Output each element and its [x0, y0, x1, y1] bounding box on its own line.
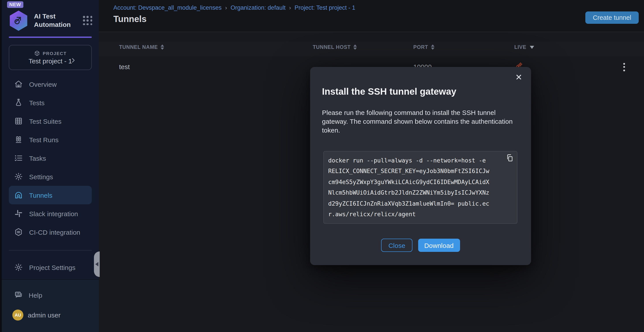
sidebar-item-tests[interactable]: Tests	[9, 93, 92, 112]
project-selector[interactable]: PROJECT Test project - 1	[9, 45, 92, 70]
sidebar-item-label: CI-CD integration	[29, 228, 80, 236]
sidebar-item-slack-integration[interactable]: Slack integration	[9, 204, 92, 223]
command-line: Nlcm5hbWUiOiAidGtrb2JldnZ2ZWNiYm5ibyIsIC…	[328, 187, 517, 198]
command-line: RELICX_CONNECT_SECRET_KEY=eyJob3N0bmFtZS…	[328, 166, 517, 177]
new-badge: NEW	[7, 1, 23, 8]
main-area: Account: Devspace_all_module_licenses › …	[99, 0, 644, 332]
page-header: Account: Devspace_all_module_licenses › …	[99, 0, 644, 32]
create-tunnel-button[interactable]: Create tunnel	[585, 11, 639, 24]
cube-icon	[34, 50, 40, 56]
breadcrumb-organization-link[interactable]: Organization: default	[231, 4, 286, 11]
app-logo-icon	[9, 10, 28, 31]
home-icon	[14, 80, 23, 89]
column-header-tunnel-name[interactable]: TUNNEL NAME	[119, 44, 164, 50]
close-icon[interactable]: ✕	[515, 73, 522, 81]
sidebar-item-cicd-integration[interactable]: CI-CD integration	[9, 223, 92, 241]
command-line: cm94eS5yZWxpY3guYWkiLCAicG9ydCI6IDEwMDAy…	[328, 177, 517, 188]
sidebar-item-label: Test Runs	[29, 136, 58, 143]
sidebar-item-tunnels[interactable]: Tunnels	[9, 186, 92, 204]
accent-divider	[9, 36, 92, 38]
sort-icons	[160, 44, 164, 50]
sort-icons	[431, 44, 434, 50]
breadcrumb: Account: Devspace_all_module_licenses › …	[113, 4, 644, 11]
grid-icon	[14, 117, 23, 126]
sidebar-nav: Overview Tests Test Suites Test Runs Tas…	[2, 75, 99, 241]
gear-icon	[14, 263, 23, 272]
command-line: r.aws/relicx/relicx/agent	[328, 209, 517, 220]
column-header-live[interactable]: LIVE	[514, 44, 534, 50]
sort-desc-icon	[530, 46, 534, 49]
user-menu[interactable]: AU admin user	[2, 310, 99, 321]
sidebar-item-project-settings[interactable]: Project Settings	[9, 258, 92, 277]
project-selector-value: Test project - 1	[29, 57, 72, 65]
task-list-icon	[14, 154, 23, 163]
app-root: NEW AI Test Automation PROJECT Test proj…	[0, 0, 644, 332]
breadcrumb-separator: ›	[289, 4, 291, 11]
svg-text:?: ?	[17, 292, 19, 296]
sidebar-item-overview[interactable]: Overview	[9, 75, 92, 93]
sidebar-footer: ? Help AU admin user	[2, 279, 99, 332]
breadcrumb-account-link[interactable]: Account: Devspace_all_module_licenses	[113, 4, 222, 11]
cicd-hexagon-icon	[14, 228, 23, 236]
flask-icon	[14, 98, 23, 107]
help-label: Help	[29, 291, 42, 299]
user-name: admin user	[28, 311, 60, 319]
slack-icon	[14, 209, 23, 218]
project-selector-label: PROJECT	[43, 51, 66, 56]
column-header-tunnel-host[interactable]: TUNNEL HOST	[313, 44, 357, 50]
column-header-port[interactable]: PORT	[413, 44, 434, 50]
sidebar-item-label: Slack integration	[29, 210, 78, 217]
install-ssh-gateway-modal: ✕ Install the SSH tunnel gateway Please …	[310, 67, 531, 265]
command-line: d29yZCI6ICJnZnRiaXVqb3Z1amlueWlmIn0= pub…	[328, 198, 517, 209]
sidebar-item-label: Project Settings	[29, 264, 76, 271]
page-title: Tunnels	[113, 14, 644, 24]
chevron-right-icon	[70, 57, 76, 63]
sidebar-item-settings[interactable]: Settings	[9, 167, 92, 186]
columns-icon	[14, 135, 23, 144]
table-header-row: TUNNEL NAME TUNNEL HOST PORT LIVE	[99, 41, 644, 56]
app-title: AI Test Automation	[34, 12, 80, 29]
sidebar-item-test-runs[interactable]: Test Runs	[9, 130, 92, 149]
avatar: AU	[12, 310, 24, 321]
sidebar: NEW AI Test Automation PROJECT Test proj…	[0, 0, 99, 332]
sidebar-collapse-handle[interactable]	[94, 251, 100, 277]
tunnel-icon	[14, 191, 23, 199]
sidebar-item-label: Settings	[29, 173, 53, 180]
close-button[interactable]: Close	[381, 239, 412, 252]
command-line: docker run --pull=always -d --network=ho…	[328, 156, 517, 166]
modal-title: Install the SSH tunnel gateway	[322, 86, 456, 97]
copy-icon[interactable]	[506, 154, 514, 164]
tunnel-name-cell: test	[119, 63, 130, 70]
sidebar-item-label: Test Suites	[29, 117, 62, 125]
gear-icon	[14, 172, 23, 181]
apps-grid-icon[interactable]	[83, 16, 93, 25]
sidebar-item-label: Tests	[29, 99, 44, 106]
breadcrumb-separator: ›	[225, 4, 227, 11]
sidebar-divider	[9, 250, 92, 251]
download-button[interactable]: Download	[418, 239, 460, 252]
modal-description: Please run the following command to inst…	[322, 108, 523, 135]
help-chat-icon: ?	[14, 291, 23, 299]
modal-actions: Close Download	[310, 239, 531, 252]
sidebar-item-test-suites[interactable]: Test Suites	[9, 112, 92, 130]
sidebar-item-label: Tunnels	[29, 191, 52, 199]
docker-command-block: docker run --pull=always -d --network=ho…	[323, 151, 518, 224]
sort-icons	[353, 44, 357, 50]
help-button[interactable]: ? Help	[2, 286, 99, 304]
breadcrumb-project-link[interactable]: Project: Test project - 1	[294, 4, 355, 11]
row-actions-kebab-icon[interactable]	[619, 61, 629, 73]
sidebar-item-label: Tasks	[29, 154, 46, 162]
sidebar-item-tasks[interactable]: Tasks	[9, 149, 92, 167]
sidebar-item-label: Overview	[29, 80, 57, 88]
